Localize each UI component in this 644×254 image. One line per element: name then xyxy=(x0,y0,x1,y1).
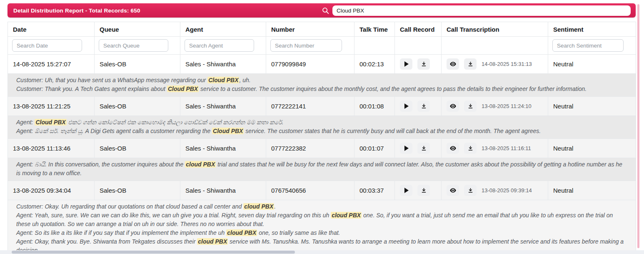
call-transcription-cell: 14-08-2025 15:31:13 xyxy=(442,55,548,74)
number-cell: 0777222382 xyxy=(266,139,354,158)
agent-cell: Sales - Shiwantha xyxy=(180,139,266,158)
filter-cell-sentiment xyxy=(548,37,636,55)
records-table: DateQueueAgentNumberTalk TimeCall Record… xyxy=(7,22,636,254)
transcript-text: Customer: Thank you. A Tech Gates agent … xyxy=(16,86,167,92)
number-cell: 0767540656 xyxy=(266,181,354,200)
transcript-text: Agent: xyxy=(16,119,35,126)
horizontal-scrollbar[interactable] xyxy=(0,250,644,254)
filter-input-number[interactable] xyxy=(270,39,342,52)
download-record-button[interactable] xyxy=(417,185,430,196)
table-row: 13-08-2025 11:21:25Sales-OBSales - Shiwa… xyxy=(8,97,636,116)
column-header-row: DateQueueAgentNumberTalk TimeCall Record… xyxy=(8,22,636,37)
vertical-scrollbar[interactable] xyxy=(637,4,639,248)
date-cell: 13-08-2025 09:34:04 xyxy=(8,181,95,200)
filter-input-date[interactable] xyxy=(12,39,82,52)
transcript-line: Customer: Thank you. A Tech Gates agent … xyxy=(16,85,627,93)
play-record-button[interactable] xyxy=(400,101,412,112)
date-cell: 13-08-2025 11:21:25 xyxy=(8,97,95,116)
transcript-row: Customer: Okay. Uh regarding that our qu… xyxy=(8,200,636,254)
agent-cell: Sales - Shiwantha xyxy=(180,97,266,116)
download-transcription-button[interactable] xyxy=(464,58,477,70)
transcript-line: Agent: බායි. In this conversation, the c… xyxy=(16,160,627,178)
download-record-button[interactable] xyxy=(417,58,430,70)
number-cell: 0779099849 xyxy=(266,55,354,74)
transcript-text: service. The customer states that he is … xyxy=(244,128,541,134)
sentiment-cell: Neutral xyxy=(548,97,636,116)
download-transcription-button[interactable] xyxy=(464,185,477,196)
report-page: Detail Distribution Report - Total Recor… xyxy=(0,0,644,254)
search-icon xyxy=(322,7,329,14)
view-transcription-button[interactable] xyxy=(447,58,459,70)
transcript-line: Agent: ඕකේ සර්. තෑන්ක් යූ. A Digi Gets a… xyxy=(16,127,627,136)
queue-cell: Sales-OB xyxy=(95,181,180,200)
view-transcription-button[interactable] xyxy=(447,143,459,154)
transcript-text: Agent: Yeah, sure, sure. We can we can d… xyxy=(16,212,331,219)
column-header-number: Number xyxy=(266,22,354,37)
transcript-text: Agent: බායි. In this conversation, the c… xyxy=(16,161,185,168)
view-transcription-button[interactable] xyxy=(447,185,459,196)
transcript-row: Agent: බායි. In this conversation, the c… xyxy=(8,158,636,181)
table-body: 14-08-2025 15:27:07Sales-OBSales - Shiwa… xyxy=(8,55,636,254)
transcription-timestamp: 13-08-2025 11:16:11 xyxy=(482,145,531,151)
transcription-timestamp: 14-08-2025 15:31:13 xyxy=(482,61,532,67)
view-transcription-button[interactable] xyxy=(447,101,459,112)
play-record-button[interactable] xyxy=(400,185,412,196)
call-transcription-cell: 13-08-2025 09:39:14 xyxy=(442,181,548,200)
highlighted-term: cloud PBX xyxy=(331,212,362,219)
transcript-text: Agent: So its like a its like if if you … xyxy=(16,229,226,236)
filter-cell-date xyxy=(8,37,95,55)
highlighted-term: cloud PBX xyxy=(226,229,257,236)
highlighted-term: cloud PBX xyxy=(197,238,228,245)
download-transcription-button[interactable] xyxy=(464,101,477,112)
transcript-cell: Agent: බායි. In this conversation, the c… xyxy=(8,158,636,181)
agent-cell: Sales - Shiwantha xyxy=(180,181,266,200)
highlighted-term: cloud PBX xyxy=(243,203,274,210)
call-record-cell xyxy=(395,181,442,200)
transcript-text: එකට ගන්න කෝටේෂන් එක කොහොමද කියලා පොඩ්ඩක්… xyxy=(67,119,284,126)
call-record-cell xyxy=(395,97,442,116)
filter-cell-queue xyxy=(95,37,180,55)
transcript-text: Agent: Okay, thank you. Bye. Shiwanta fr… xyxy=(16,238,197,245)
download-record-button[interactable] xyxy=(417,101,430,112)
number-cell: 0772222141 xyxy=(266,97,354,116)
report-header: Detail Distribution Report - Total Recor… xyxy=(7,3,636,18)
filter-cell-number xyxy=(266,37,354,55)
highlighted-term: Cloud PBX xyxy=(167,86,199,92)
talk-time-cell: 00:03:37 xyxy=(354,181,395,200)
date-cell: 13-08-2025 11:13:46 xyxy=(8,139,95,158)
transcript-cell: Agent: Cloud PBX එකට ගන්න කෝටේෂන් එක කොහ… xyxy=(8,116,636,139)
transcript-text: , uh. xyxy=(239,77,250,83)
horizontal-scrollbar-thumb[interactable] xyxy=(12,251,295,254)
transcript-text: one, so trially same as like that. xyxy=(257,229,340,236)
filter-input-agent[interactable] xyxy=(185,39,254,52)
highlighted-term: Cloud PBX xyxy=(212,128,244,134)
call-transcription-cell: 13-08-2025 11:24:10 xyxy=(442,97,548,116)
column-header-call-record: Call Record xyxy=(395,22,442,37)
play-record-button[interactable] xyxy=(400,58,412,70)
queue-cell: Sales-OB xyxy=(95,139,180,158)
transcript-line: Agent: So its like a its like if if you … xyxy=(16,229,627,237)
transcription-timestamp: 13-08-2025 11:24:10 xyxy=(482,103,532,109)
queue-cell: Sales-OB xyxy=(95,97,180,116)
transcription-timestamp: 13-08-2025 09:39:14 xyxy=(482,187,532,194)
filter-input-sentiment[interactable] xyxy=(552,39,624,52)
transcript-row: Customer: Uh, that you have sent us a Wh… xyxy=(8,74,636,97)
table-row: 14-08-2025 15:27:07Sales-OBSales - Shiwa… xyxy=(8,55,636,74)
transcript-text: service to a customer. The customer inqu… xyxy=(199,86,587,92)
download-transcription-button[interactable] xyxy=(464,143,477,154)
highlighted-term: cloud PBX xyxy=(185,161,216,168)
call-record-cell xyxy=(395,139,442,158)
transcript-text: Customer: Uh, that you have sent us a Wh… xyxy=(16,77,207,83)
table-row: 13-08-2025 11:13:46Sales-OBSales - Shiwa… xyxy=(8,139,636,158)
global-search-input[interactable] xyxy=(332,5,631,16)
table-row: 13-08-2025 09:34:04Sales-OBSales - Shiwa… xyxy=(8,181,636,200)
talk-time-cell: 00:01:07 xyxy=(354,139,395,158)
column-header-queue: Queue xyxy=(95,22,180,37)
filter-input-queue[interactable] xyxy=(99,39,168,52)
transcript-cell: Customer: Okay. Uh regarding that our qu… xyxy=(8,200,636,254)
play-record-button[interactable] xyxy=(400,143,412,154)
transcript-line: Customer: Okay. Uh regarding that our qu… xyxy=(16,202,627,211)
download-record-button[interactable] xyxy=(417,143,430,154)
transcript-line: Agent: Cloud PBX එකට ගන්න කෝටේෂන් එක කොහ… xyxy=(16,118,627,127)
transcript-text: Customer: Okay. Uh regarding that our qu… xyxy=(16,203,243,210)
